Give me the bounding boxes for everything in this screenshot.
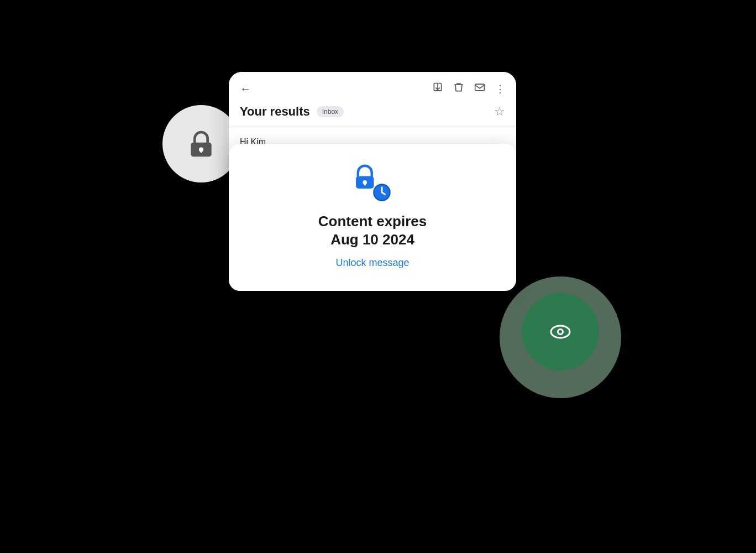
subject-left: Your results Inbox (240, 105, 344, 119)
star-button[interactable]: ☆ (494, 105, 505, 119)
email-subject: Your results (240, 105, 310, 119)
unlock-message-link[interactable]: Unlock message (335, 257, 409, 269)
eye-icon (545, 316, 576, 347)
svg-rect-16 (364, 182, 366, 186)
expiry-modal: Content expires Aug 10 2024 Unlock messa… (229, 144, 516, 291)
inbox-badge: Inbox (317, 106, 344, 117)
svg-point-5 (559, 330, 562, 333)
lock-icon (186, 128, 217, 159)
expiry-icon-wrap (353, 164, 392, 202)
header-left: ← (240, 82, 251, 95)
header-right: ⋮ (432, 82, 505, 96)
mark-unread-icon[interactable] (474, 82, 485, 96)
expiry-clock-icon (372, 182, 392, 202)
email-header: ← (229, 72, 516, 101)
lock-circle-decoration (162, 105, 240, 182)
scene: ← (129, 39, 627, 514)
svg-rect-7 (475, 84, 485, 91)
more-icon[interactable]: ⋮ (495, 83, 505, 95)
expiry-title: Content expires Aug 10 2024 (318, 212, 427, 248)
eye-circle-decoration (522, 293, 599, 371)
svg-rect-2 (200, 150, 202, 153)
back-button[interactable]: ← (240, 82, 251, 95)
delete-icon[interactable] (453, 82, 464, 96)
download-icon[interactable] (432, 82, 443, 96)
subject-row: Your results Inbox ☆ (229, 101, 516, 127)
